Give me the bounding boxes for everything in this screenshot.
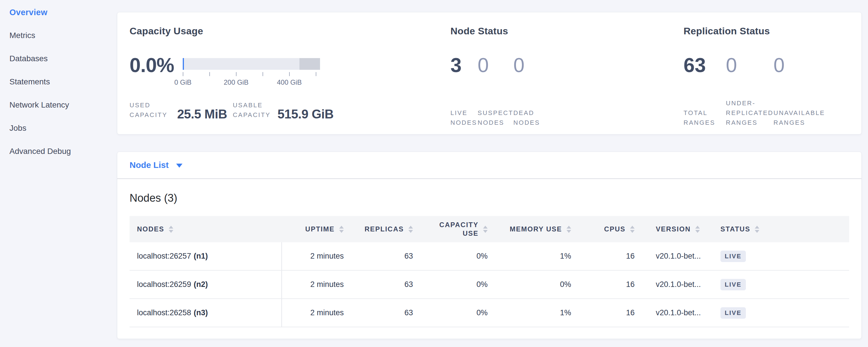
version-cell: v20.1.0-bet... [639, 242, 704, 270]
node-list-dropdown[interactable]: Node List [129, 160, 183, 170]
sidebar-item[interactable]: Jobs [9, 124, 117, 147]
axis-label: 200 GiB [224, 78, 249, 86]
node-id: (n2) [194, 280, 208, 289]
replication-stat: 0 UNAVAILABLE RANGES [774, 57, 815, 128]
sort-icon[interactable] [630, 226, 634, 233]
stat-label: DEAD NODES [514, 108, 540, 128]
node-id: (n3) [194, 308, 208, 317]
sort-icon[interactable] [339, 226, 344, 233]
capacity-axis-ticks [183, 72, 320, 76]
capacity-use-cell: 0% [417, 271, 491, 298]
nodes-table: NODES UPTIME REPLICAS CAPACITY USE [129, 216, 849, 339]
column-header-memory-use[interactable]: MEMORY USE [491, 216, 575, 242]
status-badge: LIVE [720, 279, 746, 290]
version-cell: v20.1.0-bet... [639, 271, 704, 298]
sidebar-item-label: Advanced Debug [9, 147, 71, 156]
capacity-usage-title: Capacity Usage [129, 26, 451, 37]
column-header-version[interactable]: VERSION [639, 216, 704, 242]
used-capacity-value: 25.5 MiB [177, 108, 227, 120]
node-list-dropdown-label: Node List [129, 160, 169, 170]
replication-status-section: Replication Status 63 TOTAL RANGES 0 UND… [684, 26, 861, 134]
node-status-title: Node Status [451, 26, 684, 37]
sort-icon[interactable] [755, 226, 759, 233]
table-header-row: NODES UPTIME REPLICAS CAPACITY USE [129, 216, 849, 242]
used-capacity-label: USED CAPACITY [129, 100, 167, 120]
memory-use-cell: 1% [491, 299, 575, 327]
stat-label: TOTAL RANGES [684, 108, 726, 128]
capacity-use-cell: 0% [417, 299, 491, 327]
sidebar-item-label: Statements [9, 77, 50, 86]
sidebar-item[interactable]: Overview [9, 8, 117, 31]
replicas-cell: 63 [348, 299, 417, 327]
sort-icon[interactable] [408, 226, 413, 233]
sort-icon[interactable] [483, 226, 488, 233]
stat-value: 0 [726, 57, 774, 73]
node-status-section: Node Status 3 LIVE NODES 0 SUSPECT NODES… [451, 26, 684, 134]
column-header-nodes[interactable]: NODES [129, 216, 282, 242]
column-header-uptime[interactable]: UPTIME [282, 216, 348, 242]
stat-value: 0 [514, 57, 540, 73]
capacity-bar: 0 GiB 200 GiB 400 GiB [183, 58, 320, 87]
view-dropdown-bar: Node List [117, 152, 861, 178]
uptime-cell: 2 minutes [282, 242, 348, 270]
axis-label: 400 GiB [277, 78, 302, 86]
capacity-bar-track [183, 58, 320, 70]
status-badge: LIVE [720, 251, 746, 262]
node-cell[interactable]: localhost:26258 (n3) [129, 299, 282, 327]
sidebar-item-label: Jobs [9, 124, 26, 133]
cpus-cell: 16 [575, 242, 639, 270]
sidebar-item[interactable]: Statements [9, 77, 117, 101]
capacity-use-cell: 0% [417, 242, 491, 270]
stat-label: LIVE NODES [451, 108, 477, 128]
node-status-stat: 3 LIVE NODES [451, 57, 477, 128]
memory-use-cell: 0% [491, 271, 575, 298]
sort-icon[interactable] [566, 226, 571, 233]
table-row: localhost:26257 (n1) 2 minutes 63 0% 1% … [129, 242, 849, 271]
node-address: localhost:26257 [137, 252, 191, 261]
replicas-cell: 63 [348, 271, 417, 298]
column-header-replicas[interactable]: REPLICAS [348, 216, 417, 242]
sidebar-item[interactable]: Advanced Debug [9, 147, 117, 170]
axis-label: 0 GiB [175, 78, 192, 86]
column-header-capacity-use[interactable]: CAPACITY USE [417, 216, 491, 242]
capacity-bar-used-fill [183, 58, 184, 70]
column-header-status[interactable]: STATUS [704, 216, 849, 242]
nodes-count-title: Nodes (3) [129, 192, 849, 204]
cpus-cell: 16 [575, 299, 639, 327]
sidebar-item[interactable]: Databases [9, 54, 117, 77]
replication-status-title: Replication Status [684, 26, 861, 37]
sidebar-item[interactable]: Network Latency [9, 101, 117, 124]
stat-value: 63 [684, 57, 726, 73]
node-cell[interactable]: localhost:26259 (n2) [129, 271, 282, 298]
memory-use-cell: 1% [491, 242, 575, 270]
nodes-card: Node List Nodes (3) NODES UPTIME [117, 152, 862, 339]
node-status-stat: 0 DEAD NODES [514, 57, 540, 128]
sidebar-item-label: Metrics [9, 31, 35, 40]
stat-value: 3 [451, 57, 477, 73]
status-badge: LIVE [720, 307, 746, 319]
main-content: Capacity Usage 0.0% [117, 0, 868, 347]
usable-capacity-value: 515.9 GiB [277, 108, 334, 120]
capacity-bar-reserved-fill [300, 58, 320, 70]
stat-label: UNDER- REPLICATED RANGES [726, 98, 774, 128]
capacity-axis-labels: 0 GiB 200 GiB 400 GiB [183, 78, 320, 87]
status-cell: LIVE [704, 271, 849, 298]
table-footer-spacer [129, 327, 849, 339]
uptime-cell: 2 minutes [282, 299, 348, 327]
version-cell: v20.1.0-bet... [639, 299, 704, 327]
cpus-cell: 16 [575, 271, 639, 298]
node-cell[interactable]: localhost:26257 (n1) [129, 242, 282, 270]
stat-label: UNAVAILABLE RANGES [774, 108, 815, 128]
uptime-cell: 2 minutes [282, 271, 348, 298]
sidebar-item[interactable]: Metrics [9, 31, 117, 54]
sort-icon[interactable] [695, 226, 700, 233]
status-cell: LIVE [704, 299, 849, 327]
status-cell: LIVE [704, 242, 849, 270]
column-header-cpus[interactable]: CPUS [575, 216, 639, 242]
chevron-down-icon [176, 164, 183, 168]
stat-value: 0 [774, 57, 815, 73]
stat-label: SUSPECT NODES [477, 108, 514, 128]
replication-stat: 0 UNDER- REPLICATED RANGES [726, 57, 774, 128]
sort-icon[interactable] [169, 226, 173, 233]
sidebar-item-label: Network Latency [9, 101, 69, 109]
